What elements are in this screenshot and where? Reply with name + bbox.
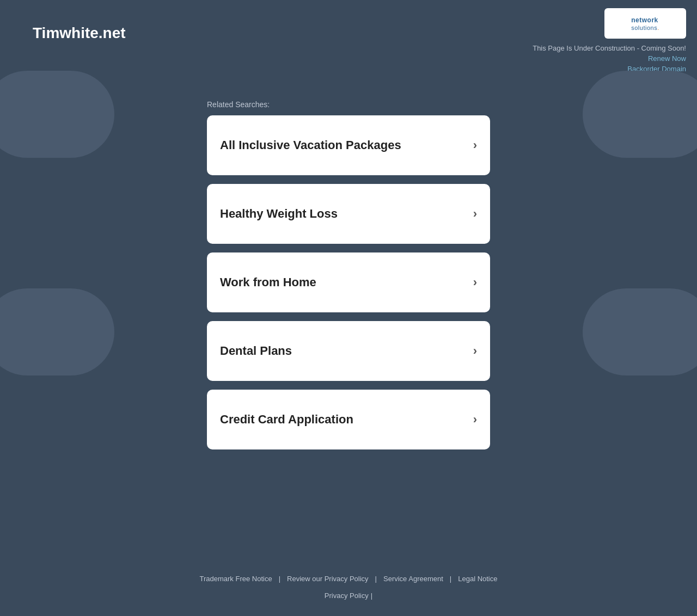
chevron-right-icon-5: › <box>473 412 477 427</box>
ns-logo-text: network solutions. <box>631 16 659 31</box>
footer-legal-notice-link[interactable]: Legal Notice <box>458 575 497 583</box>
footer-privacy-row: Privacy Policy | <box>325 592 372 600</box>
header-right: network solutions. This Page Is Under Co… <box>533 8 686 73</box>
search-card-text-5: Credit Card Application <box>220 412 353 427</box>
page-header: Timwhite.net network solutions. This Pag… <box>0 0 697 78</box>
search-card-text-3: Work from Home <box>220 275 316 289</box>
related-searches-label: Related Searches: <box>207 100 490 109</box>
ns-logo-bottom: solutions. <box>631 24 659 31</box>
search-card-text-4: Dental Plans <box>220 344 292 358</box>
chevron-right-icon-3: › <box>473 275 477 289</box>
under-construction-text: This Page Is Under Construction - Coming… <box>533 44 686 52</box>
ns-logo-top: network <box>631 16 658 24</box>
chevron-right-icon-4: › <box>473 344 477 358</box>
footer-privacy-pipe: | <box>371 592 372 600</box>
footer-privacy-policy-link[interactable]: Review our Privacy Policy <box>287 575 369 583</box>
footer-links-row: Trademark Free Notice | Review our Priva… <box>199 575 497 583</box>
footer-trademark-link[interactable]: Trademark Free Notice <box>199 575 272 583</box>
network-solutions-logo[interactable]: network solutions. <box>604 8 686 39</box>
search-card-3[interactable]: Work from Home › <box>207 252 490 312</box>
search-card-5[interactable]: Credit Card Application › <box>207 390 490 449</box>
footer-service-agreement-link[interactable]: Service Agreement <box>383 575 443 583</box>
footer-separator-3: | <box>450 575 451 583</box>
search-card-text-1: All Inclusive Vacation Packages <box>220 138 401 152</box>
search-card-text-2: Healthy Weight Loss <box>220 207 338 221</box>
chevron-right-icon-2: › <box>473 207 477 221</box>
search-card-4[interactable]: Dental Plans › <box>207 321 490 381</box>
chevron-right-icon-1: › <box>473 138 477 152</box>
renew-now-link[interactable]: Renew Now <box>648 54 686 63</box>
page-footer: Trademark Free Notice | Review our Priva… <box>0 575 697 616</box>
ns-logo-dot: . <box>657 24 659 31</box>
footer-separator-1: | <box>279 575 280 583</box>
main-content: Related Searches: All Inclusive Vacation… <box>0 78 697 491</box>
footer-privacy-link[interactable]: Privacy Policy <box>325 592 369 600</box>
site-title[interactable]: Timwhite.net <box>33 8 126 42</box>
search-card-2[interactable]: Healthy Weight Loss › <box>207 184 490 244</box>
footer-separator-2: | <box>375 575 377 583</box>
search-card-1[interactable]: All Inclusive Vacation Packages › <box>207 115 490 175</box>
